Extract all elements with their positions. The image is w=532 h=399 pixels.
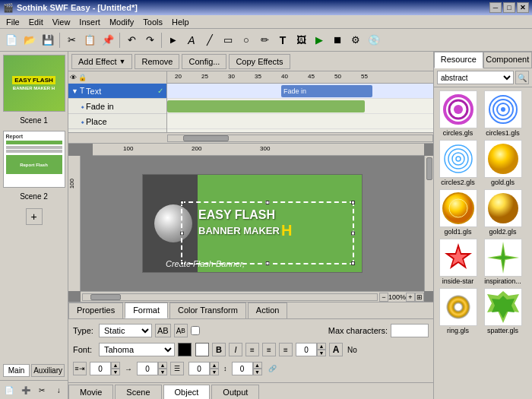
pencil-button[interactable]: ✏ [256, 32, 273, 49]
ab2-button[interactable]: AB [174, 324, 188, 337]
align-left-button[interactable]: ≡ [245, 343, 259, 356]
copy-button[interactable]: 📋 [81, 32, 98, 49]
stop-button[interactable]: ⏹ [329, 32, 346, 49]
spacing-input[interactable] [188, 362, 210, 375]
handle-top-mid[interactable] [266, 201, 270, 204]
align-right-button[interactable]: ≡ [279, 343, 293, 356]
font-size-down[interactable]: ▼ [317, 350, 326, 356]
handle-left-mid[interactable] [180, 231, 184, 235]
canvas-hscroll[interactable]: − 100% + ⊞ [81, 291, 424, 302]
resource-gold2[interactable]: gold2.gls [482, 189, 524, 236]
maximize-button[interactable]: □ [503, 2, 515, 13]
line-button[interactable]: ╱ [201, 32, 218, 49]
main-tab[interactable]: Main [3, 364, 30, 377]
add-effect-button[interactable]: Add Effect ▼ [71, 54, 132, 69]
timeline-track-stretch[interactable]: ⬥ Stretch [68, 129, 166, 132]
margin-spin[interactable]: ▲ ▼ [137, 362, 167, 375]
canvas-frame[interactable]: EASY FLASH BANNER MAKER H Create Flash B… [142, 174, 363, 273]
cut-button[interactable]: ✂ [63, 32, 80, 49]
ellipse-button[interactable]: ○ [238, 32, 255, 49]
zoom-in-button[interactable]: + [406, 293, 415, 302]
indent-down[interactable]: ▼ [111, 369, 120, 375]
line-spin[interactable]: ▲ ▼ [232, 362, 262, 375]
copy-effects-button[interactable]: Copy Effects [229, 54, 290, 69]
handle-right-mid[interactable] [351, 231, 355, 235]
add-scene-button[interactable]: + [26, 208, 43, 225]
tab-properties[interactable]: Properties [68, 302, 123, 318]
select-button[interactable]: ▶ [165, 32, 182, 49]
tab-object[interactable]: Object [163, 385, 211, 399]
tab-resource[interactable]: Resource [434, 52, 483, 68]
italic-button[interactable]: I [229, 343, 242, 356]
timeline-track-place[interactable]: ⬥ Place [68, 114, 166, 129]
handle-top-right[interactable] [351, 201, 355, 204]
handle-bottom-left[interactable] [180, 261, 184, 265]
scene-2-thumb[interactable]: Report Report Flash [3, 131, 65, 188]
resource-gold[interactable]: gold.gls [482, 140, 524, 186]
spacing-spin[interactable]: ▲ ▼ [188, 362, 219, 375]
indent-spin[interactable]: ▲ ▼ [90, 362, 120, 375]
tab-action[interactable]: Action [248, 302, 288, 318]
line-up[interactable]: ▲ [253, 362, 262, 369]
font-color-picker2[interactable] [195, 343, 209, 356]
redo-button[interactable]: ↷ [141, 32, 158, 49]
scene-1-thumb[interactable]: EASY FLASH BANNER MAKER H [3, 55, 65, 112]
canvas-main[interactable]: EASY FLASH BANNER MAKER H Create Flash B… [81, 156, 424, 291]
category-select[interactable]: abstract [437, 71, 514, 84]
menu-tools[interactable]: Tools [138, 17, 167, 27]
margin-up[interactable]: ▲ [158, 362, 167, 369]
line-input[interactable] [232, 362, 253, 375]
resource-gold1[interactable]: gold1.gls [437, 189, 479, 236]
zoom-fit-button[interactable]: ⊞ [415, 293, 424, 302]
search-button[interactable]: 🔍 [515, 71, 529, 84]
timeline-block-fadein[interactable] [167, 100, 365, 112]
menu-insert[interactable]: Insert [74, 17, 105, 27]
handle-top-left[interactable] [180, 201, 184, 204]
list-button[interactable]: ☰ [170, 362, 184, 375]
font-select[interactable]: Tahoma [99, 343, 175, 356]
indent-up[interactable]: ▲ [111, 362, 120, 369]
scene-tool-4[interactable]: ↓ [52, 383, 65, 397]
resource-spatter[interactable]: spatter.gls [482, 288, 524, 334]
scene-tool-1[interactable]: 📄 [2, 383, 16, 397]
menu-modify[interactable]: Modify [105, 17, 138, 27]
resource-ring[interactable]: ring.gls [437, 288, 479, 334]
type-select[interactable]: Static [99, 324, 152, 337]
timeline-block-fadein-label[interactable]: Fade in [281, 85, 372, 97]
tab-color-transform[interactable]: Color Transform [169, 302, 246, 318]
timeline-track-fadein[interactable]: ⬥ Fade in [68, 99, 166, 114]
handle-bottom-right[interactable] [351, 261, 355, 265]
timeline-scrollbar[interactable] [68, 132, 433, 143]
font-size-spin[interactable]: ▲ ▼ [296, 343, 326, 356]
tab-scene[interactable]: Scene [115, 385, 161, 399]
align-center-button[interactable]: ≡ [262, 343, 276, 356]
line-down[interactable]: ▼ [253, 369, 262, 375]
timeline-track-text[interactable]: ▼ T Text ✓ [68, 84, 166, 99]
margin-down[interactable]: ▼ [158, 369, 167, 375]
title-bar-controls[interactable]: ─ □ ✕ [489, 2, 529, 13]
rect-button[interactable]: ▭ [220, 32, 236, 49]
config-button[interactable]: Config... [182, 54, 226, 69]
canvas-hscroll-thumb[interactable] [90, 294, 121, 300]
undo-button[interactable]: ↶ [123, 32, 140, 49]
auxiliary-tab[interactable]: Auxiliary [31, 364, 65, 377]
bold-button[interactable]: B [212, 343, 226, 356]
new-button[interactable]: 📄 [3, 32, 20, 49]
ab-button[interactable]: AB [155, 324, 171, 337]
resource-circles1[interactable]: circles1.gls [482, 90, 524, 137]
font-color-picker[interactable] [178, 343, 192, 356]
text-button[interactable]: A [183, 32, 200, 49]
close-button[interactable]: ✕ [517, 2, 529, 13]
timeline-scroll-thumb[interactable] [183, 135, 229, 141]
spacing-down[interactable]: ▼ [210, 369, 219, 375]
resource-circles2[interactable]: circles2.gls [437, 140, 479, 186]
margin-input[interactable] [137, 362, 158, 375]
zoom-out-button[interactable]: − [379, 293, 388, 302]
resource-circles[interactable]: circles.gls [437, 90, 479, 137]
handle-bottom-mid[interactable] [266, 261, 270, 265]
image-button[interactable]: 🖼 [293, 32, 309, 49]
scene-tool-3[interactable]: ✂ [36, 383, 49, 397]
font-size-up[interactable]: ▲ [317, 343, 326, 350]
font-size-input[interactable] [296, 343, 317, 356]
settings-button[interactable]: ⚙ [347, 32, 364, 49]
